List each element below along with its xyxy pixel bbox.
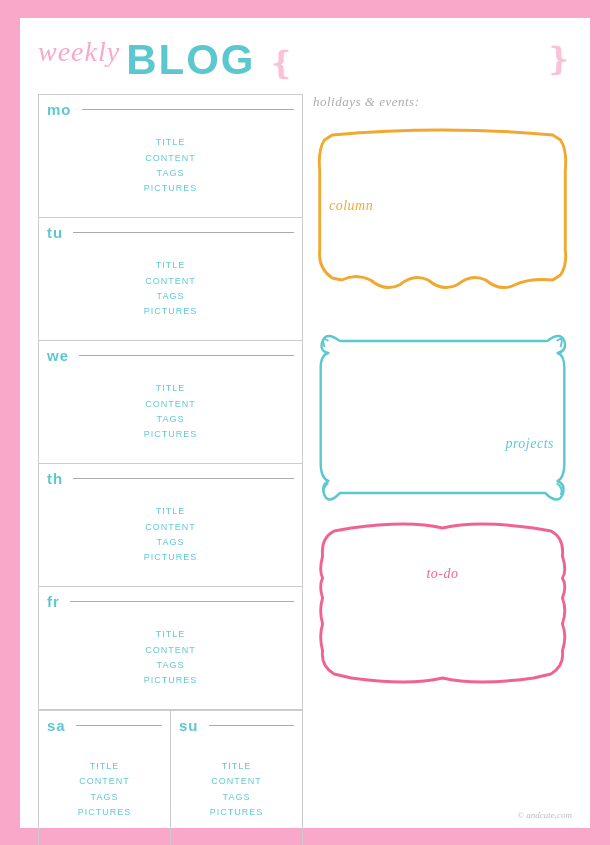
sa-tags: TAGS: [91, 790, 119, 805]
day-tu-line: [73, 232, 294, 233]
day-th: th TITLE CONTENT TAGS PICTURES: [39, 464, 302, 587]
deco-right-brace: ❵: [545, 40, 572, 78]
projects-frame: projects: [313, 323, 572, 508]
sa-pictures: PICTURES: [78, 805, 132, 820]
tu-content: CONTENT: [145, 274, 196, 289]
day-th-line: [73, 478, 294, 479]
day-mo-items: TITLE CONTENT TAGS PICTURES: [47, 120, 294, 213]
sa-title: TITLE: [90, 759, 120, 774]
deco-left-brace: ❴: [268, 44, 295, 82]
left-column: mo TITLE CONTENT TAGS PICTURES tu TITLE: [38, 94, 303, 846]
day-we-label: we: [47, 347, 294, 364]
mo-title: TITLE: [156, 135, 186, 150]
we-content: CONTENT: [145, 397, 196, 412]
day-tu-items: TITLE CONTENT TAGS PICTURES: [47, 243, 294, 336]
title-blog: BLOG: [126, 36, 255, 84]
sa-content: CONTENT: [79, 774, 130, 789]
footer-copyright: © andcute.com: [517, 810, 572, 820]
fr-content: CONTENT: [145, 643, 196, 658]
header: weekly BLOG ❴ ❵: [38, 36, 572, 84]
column-frame: column: [313, 120, 572, 315]
tu-pictures: PICTURES: [144, 304, 198, 319]
title-weekly: weekly: [38, 36, 120, 68]
day-sa: sa TITLE CONTENT TAGS PICTURES: [39, 711, 171, 846]
we-pictures: PICTURES: [144, 427, 198, 442]
day-fr-label: fr: [47, 593, 294, 610]
day-sa-line: [76, 725, 162, 726]
day-tu-label: tu: [47, 224, 294, 241]
day-mo: mo TITLE CONTENT TAGS PICTURES: [39, 95, 302, 218]
sa-su-row: sa TITLE CONTENT TAGS PICTURES su: [39, 710, 302, 846]
su-content: CONTENT: [211, 774, 262, 789]
su-tags: TAGS: [223, 790, 251, 805]
th-tags: TAGS: [157, 535, 185, 550]
todo-frame-label: to-do: [426, 566, 458, 582]
we-title: TITLE: [156, 381, 186, 396]
day-tu: tu TITLE CONTENT TAGS PICTURES: [39, 218, 302, 341]
th-pictures: PICTURES: [144, 550, 198, 565]
day-su-items: TITLE CONTENT TAGS PICTURES: [179, 736, 294, 844]
day-sa-label: sa: [47, 717, 162, 734]
mo-tags: TAGS: [157, 166, 185, 181]
day-we-items: TITLE CONTENT TAGS PICTURES: [47, 366, 294, 459]
day-su-line: [209, 725, 294, 726]
day-su-label: su: [179, 717, 294, 734]
day-we-line: [79, 355, 294, 356]
projects-frame-label: projects: [505, 436, 554, 452]
day-su: su TITLE CONTENT TAGS PICTURES: [171, 711, 302, 846]
day-mo-label: mo: [47, 101, 294, 118]
fr-title: TITLE: [156, 627, 186, 642]
su-pictures: PICTURES: [210, 805, 264, 820]
main-layout: mo TITLE CONTENT TAGS PICTURES tu TITLE: [38, 94, 572, 846]
mo-content: CONTENT: [145, 151, 196, 166]
day-fr-line: [70, 601, 294, 602]
su-title: TITLE: [222, 759, 252, 774]
mo-pictures: PICTURES: [144, 181, 198, 196]
day-fr: fr TITLE CONTENT TAGS PICTURES: [39, 587, 302, 710]
right-column: holidays & events: column: [313, 94, 572, 846]
day-fr-items: TITLE CONTENT TAGS PICTURES: [47, 612, 294, 705]
day-th-items: TITLE CONTENT TAGS PICTURES: [47, 489, 294, 582]
day-mo-line: [82, 109, 295, 110]
fr-pictures: PICTURES: [144, 673, 198, 688]
holidays-label: holidays & events:: [313, 94, 572, 110]
th-content: CONTENT: [145, 520, 196, 535]
column-frame-label: column: [329, 198, 373, 214]
fr-tags: TAGS: [157, 658, 185, 673]
tu-title: TITLE: [156, 258, 186, 273]
day-th-label: th: [47, 470, 294, 487]
we-tags: TAGS: [157, 412, 185, 427]
tu-tags: TAGS: [157, 289, 185, 304]
day-we: we TITLE CONTENT TAGS PICTURES: [39, 341, 302, 464]
th-title: TITLE: [156, 504, 186, 519]
day-sa-items: TITLE CONTENT TAGS PICTURES: [47, 736, 162, 844]
todo-frame: to-do: [313, 516, 572, 696]
page: weekly BLOG ❴ ❵ mo TITLE CONTENT TAGS PI…: [20, 18, 590, 828]
